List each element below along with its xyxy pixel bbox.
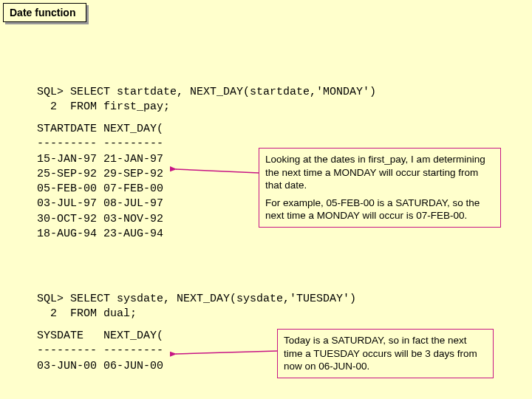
arrow-2 xyxy=(170,347,281,358)
sql-result-1: STARTDATE NEXT_DAY( --------- --------- … xyxy=(37,122,163,242)
title-text: Date function xyxy=(10,7,75,18)
note2-text: Today is a SATURDAY, so in fact the next… xyxy=(284,335,477,372)
svg-line-3 xyxy=(176,351,277,354)
title-box: Date function xyxy=(3,3,86,22)
sql-query-2: SQL> SELECT sysdate, NEXT_DAY(sysdate,'T… xyxy=(37,292,356,322)
sql-query-1: SQL> SELECT startdate, NEXT_DAY(startdat… xyxy=(37,85,376,115)
annotation-box-1: Looking at the dates in first_pay, I am … xyxy=(259,148,501,228)
sql-result-2: SYSDATE NEXT_DAY( --------- --------- 03… xyxy=(37,329,163,374)
note1-para2: For example, 05-FEB-00 is a SATURDAY, so… xyxy=(265,197,494,222)
arrow-1 xyxy=(170,166,262,177)
annotation-box-2: Today is a SATURDAY, so in fact the next… xyxy=(277,329,494,378)
svg-line-1 xyxy=(176,169,259,173)
note1-para1: Looking at the dates in first_pay, I am … xyxy=(265,153,494,192)
